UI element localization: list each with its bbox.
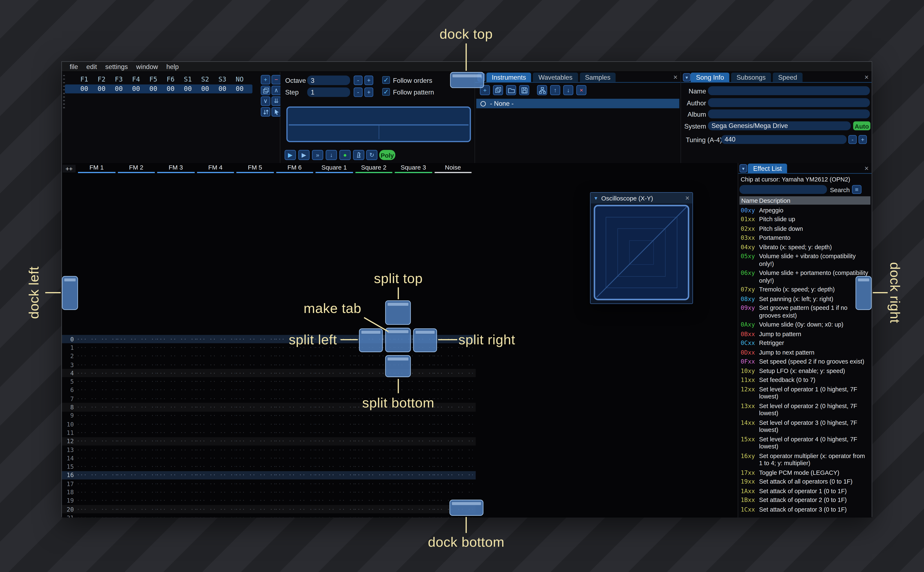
pattern-cell[interactable]: ··· ·· ·· ··· [433, 413, 473, 418]
pattern-cell[interactable]: ··· ·· ·· ··· [314, 498, 354, 504]
order-add-button[interactable]: + [261, 75, 270, 85]
pattern-cell[interactable]: ··· ·· ·· ··· [275, 404, 314, 410]
pattern-cell[interactable]: ··· ·· ·· ··· [314, 404, 354, 410]
pattern-cell[interactable]: ··· ·· ·· ··· [235, 388, 275, 393]
pattern-cell[interactable]: ··· ·· ·· ··· [196, 473, 235, 478]
split-bottom-target[interactable] [385, 355, 411, 377]
poly-toggle-button[interactable]: Poly [379, 150, 395, 160]
pattern-cell[interactable]: ··· ·· ·· ··· [235, 498, 275, 504]
pattern-cell[interactable]: ··· ·· ·· ··· [354, 413, 394, 418]
pattern-cell[interactable]: ··· ·· ·· ··· [235, 447, 275, 452]
repeat-button[interactable]: ↻ [366, 150, 377, 160]
pattern-cell[interactable]: ··· ·· ·· ··· [314, 354, 354, 359]
pattern-cell[interactable]: ··· ·· ·· ··· [77, 421, 116, 427]
pattern-cell[interactable]: ··· ·· ·· ··· [196, 379, 235, 384]
pattern-cell[interactable]: ··· ·· ·· ··· [354, 515, 394, 518]
pattern-cell[interactable]: ··· ·· ·· ··· [275, 515, 314, 518]
pattern-cell[interactable]: ··· ·· ·· ··· [156, 413, 195, 418]
pattern-cell[interactable]: ··· ·· ·· ··· [156, 481, 195, 487]
split-right-target[interactable] [413, 328, 437, 352]
pattern-cell[interactable]: ··· ·· ·· ··· [354, 455, 394, 461]
pattern-cell[interactable]: ··· ·· ·· ··· [77, 490, 116, 495]
pattern-cell[interactable]: ··· ·· ·· ··· [116, 515, 156, 518]
pattern-cell[interactable]: ··· ·· ·· ··· [77, 370, 116, 376]
pattern-cell[interactable]: ··· ·· ·· ··· [394, 464, 433, 469]
follow-orders-checkbox[interactable]: ✓ [382, 76, 390, 84]
order-edit-mode-button[interactable] [271, 107, 281, 117]
pattern-row-16[interactable]: 16··· ·· ·· ······ ·· ·· ······ ·· ·· ··… [62, 471, 476, 480]
pattern-row-12[interactable]: 12··· ·· ·· ······ ·· ·· ······ ·· ·· ··… [62, 437, 476, 446]
channel-header-fm-4[interactable]: FM 4 [196, 163, 235, 173]
pattern-cell[interactable]: ··· ·· ·· ··· [314, 507, 354, 512]
pattern-cell[interactable]: ··· ·· ·· ··· [116, 404, 156, 410]
pattern-cell[interactable]: ··· ·· ·· ··· [275, 413, 314, 418]
pattern-cell[interactable]: ··· ·· ·· ··· [196, 336, 235, 342]
pattern-cell[interactable]: ··· ·· ·· ··· [433, 379, 473, 384]
octave-decrease-button[interactable]: - [354, 76, 363, 85]
pattern-cell[interactable]: ··· ·· ·· ··· [394, 421, 433, 427]
pattern-cell[interactable]: ··· ·· ·· ··· [77, 473, 116, 478]
split-top-target[interactable] [385, 300, 411, 325]
pattern-row-21[interactable]: 21··· ·· ·· ······ ·· ·· ······ ·· ·· ··… [62, 513, 476, 518]
pattern-cell[interactable]: ··· ·· ·· ··· [275, 490, 314, 495]
step-row-button[interactable]: ↓ [326, 150, 337, 160]
order-cell-2[interactable]: 00 [110, 85, 128, 93]
tab-instruments[interactable]: Instruments [486, 73, 531, 82]
step-input[interactable]: 1 [307, 87, 350, 97]
pattern-cell[interactable]: ··· ·· ·· ··· [116, 413, 156, 418]
order-cell-6[interactable]: 00 [179, 85, 196, 93]
pattern-cell[interactable]: ··· ·· ·· ··· [394, 455, 433, 461]
pattern-cell[interactable]: ··· ·· ·· ··· [116, 464, 156, 469]
pattern-cell[interactable]: ··· ·· ·· ··· [433, 404, 473, 410]
pattern-cell[interactable]: ··· ·· ·· ··· [314, 447, 354, 452]
pattern-cell[interactable]: ··· ·· ·· ··· [116, 421, 156, 427]
channel-header-fm-5[interactable]: FM 5 [235, 163, 275, 173]
pattern-cell[interactable]: ··· ·· ·· ··· [394, 388, 433, 393]
pattern-cell[interactable]: ··· ·· ·· ··· [156, 354, 195, 359]
pattern-cell[interactable]: ··· ·· ·· ··· [235, 345, 275, 350]
pattern-cell[interactable]: ··· ·· ·· ··· [314, 430, 354, 435]
pattern-cell[interactable]: ··· ·· ·· ··· [275, 421, 314, 427]
pattern-cell[interactable]: ··· ·· ·· ··· [156, 404, 195, 410]
pattern-cell[interactable]: ··· ·· ·· ··· [156, 473, 195, 478]
dock-right-target[interactable] [855, 276, 872, 310]
pattern-cell[interactable]: ··· ·· ·· ··· [314, 438, 354, 444]
pattern-row-15[interactable]: 15··· ·· ·· ······ ·· ·· ······ ·· ·· ··… [62, 462, 476, 471]
pattern-cell[interactable]: ··· ·· ·· ··· [354, 447, 394, 452]
pattern-row-11[interactable]: 11··· ·· ·· ······ ·· ·· ······ ·· ·· ··… [62, 428, 476, 437]
album-field[interactable] [708, 110, 870, 118]
tab-speed[interactable]: Speed [773, 73, 802, 82]
pattern-cell[interactable]: ··· ·· ·· ··· [314, 362, 354, 367]
instrument-save-button[interactable] [519, 85, 529, 95]
pattern-cell[interactable]: ··· ·· ·· ··· [156, 336, 195, 342]
pattern-cell[interactable]: ··· ·· ·· ··· [394, 498, 433, 504]
channel-header-square-1[interactable]: Square 1 [314, 163, 354, 173]
menu-item-window[interactable]: window [132, 63, 162, 70]
instrument-open-button[interactable] [506, 85, 516, 95]
pattern-cell[interactable]: ··· ·· ·· ··· [116, 345, 156, 350]
tuning-input[interactable]: 440 [721, 135, 846, 144]
pattern-cell[interactable]: ··· ·· ·· ··· [116, 388, 156, 393]
instruments-close-icon[interactable]: × [673, 73, 678, 82]
pattern-row-9[interactable]: 9··· ·· ·· ······ ·· ·· ······ ·· ·· ···… [62, 412, 476, 420]
pattern-row-14[interactable]: 14··· ·· ·· ······ ·· ·· ······ ·· ·· ··… [62, 454, 476, 462]
pattern-cell[interactable]: ··· ·· ·· ··· [116, 473, 156, 478]
pattern-cell[interactable]: ··· ·· ·· ··· [156, 379, 195, 384]
pattern-cell[interactable]: ··· ·· ·· ··· [354, 490, 394, 495]
pattern-cell[interactable]: ··· ·· ·· ··· [314, 455, 354, 461]
order-cell-3[interactable]: 00 [128, 85, 145, 93]
pattern-cell[interactable]: ··· ·· ·· ··· [394, 438, 433, 444]
pattern-cell[interactable]: ··· ·· ·· ··· [235, 396, 275, 401]
pattern-cell[interactable]: ··· ·· ·· ··· [354, 481, 394, 487]
tuning-decrease-button[interactable]: - [848, 135, 857, 144]
pattern-cell[interactable]: ··· ·· ·· ··· [433, 430, 473, 435]
pattern-cell[interactable]: ··· ·· ·· ··· [394, 490, 433, 495]
pattern-cell[interactable]: ··· ·· ·· ··· [275, 498, 314, 504]
pattern-cell[interactable]: ··· ·· ·· ··· [433, 370, 473, 376]
pattern-cell[interactable]: ··· ·· ·· ··· [156, 388, 195, 393]
pattern-cell[interactable]: ··· ·· ·· ··· [156, 396, 195, 401]
pattern-cell[interactable]: ··· ·· ·· ··· [275, 354, 314, 359]
order-cell-1[interactable]: 00 [93, 85, 110, 93]
channel-header-fm-6[interactable]: FM 6 [275, 163, 314, 173]
channel-header-square-3[interactable]: Square 3 [394, 163, 433, 173]
